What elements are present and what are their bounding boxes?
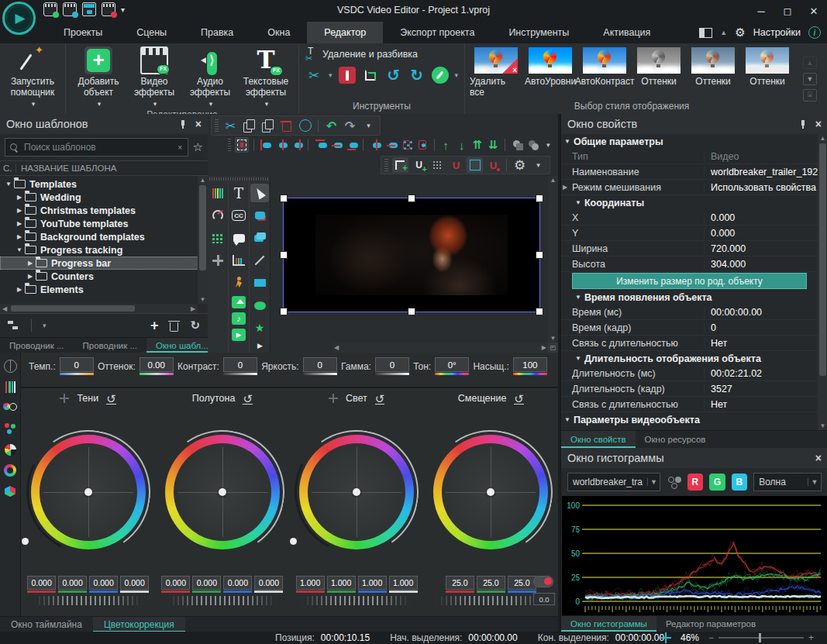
left-tab-0[interactable]: Проводник ... bbox=[0, 338, 73, 353]
property-group-10[interactable]: ▼Время появления объекта bbox=[561, 290, 818, 305]
paste-icon[interactable] bbox=[260, 118, 276, 133]
delete-template-icon[interactable] bbox=[169, 320, 179, 332]
wheel-value-input[interactable]: 0.000 bbox=[27, 576, 56, 593]
quick-tools-icon[interactable] bbox=[432, 67, 449, 84]
circles-mode-icon[interactable] bbox=[3, 401, 17, 415]
wheel-slider-handle[interactable] bbox=[290, 538, 297, 545]
copy-icon[interactable] bbox=[241, 118, 257, 133]
selection-handle[interactable] bbox=[408, 195, 415, 202]
ellipse-tool-icon[interactable] bbox=[250, 296, 269, 315]
text-tool-icon[interactable] bbox=[229, 184, 248, 202]
particles-icon[interactable] bbox=[208, 229, 227, 247]
center-vertical-icon[interactable] bbox=[384, 137, 398, 153]
pointer-tool-icon[interactable] bbox=[250, 184, 269, 202]
blue-channel-button[interactable]: B bbox=[732, 474, 748, 491]
selection-handle[interactable] bbox=[408, 308, 415, 315]
style-preset-2[interactable]: АвтоКонтраст bbox=[578, 45, 631, 87]
selection-handle[interactable] bbox=[280, 308, 288, 315]
scroll-down-icon[interactable]: ▼ bbox=[548, 335, 558, 342]
reset-icon[interactable]: ↺ bbox=[514, 393, 524, 405]
wheel-center-handle[interactable] bbox=[219, 488, 226, 496]
tree-view-icon[interactable] bbox=[8, 320, 20, 331]
wheel-tick-slider[interactable] bbox=[168, 596, 277, 605]
property-row-3[interactable]: ▶Режим смешиванияИспользовать свойства с… bbox=[561, 180, 818, 195]
group-collapse-icon[interactable]: ▼ bbox=[575, 199, 581, 206]
snap-markers-icon[interactable] bbox=[485, 157, 501, 173]
move-tool-icon[interactable] bbox=[208, 251, 227, 270]
tree-item-0[interactable]: ▼Templates bbox=[0, 177, 208, 191]
group-collapse-icon[interactable]: ▼ bbox=[564, 416, 570, 423]
select-object-icon[interactable] bbox=[235, 137, 248, 153]
selection-handle[interactable] bbox=[536, 251, 543, 259]
fit-parent-icon[interactable] bbox=[400, 137, 413, 153]
wheel-value-input[interactable]: 0.000 bbox=[161, 576, 190, 593]
group-collapse-icon[interactable]: ▼ bbox=[575, 294, 581, 301]
wheel-value-input[interactable]: 25.0 bbox=[508, 576, 536, 593]
property-group-14[interactable]: ▼Длительность отображения объекта bbox=[561, 351, 818, 366]
properties-vscrollbar[interactable]: ▲ ▼ bbox=[818, 134, 827, 430]
run-wizard-button[interactable]: Запустить помощник bbox=[5, 45, 60, 108]
add-audio-icon[interactable] bbox=[232, 312, 246, 325]
move-top-icon[interactable] bbox=[470, 137, 484, 153]
property-group-4[interactable]: ▼Координаты bbox=[561, 195, 818, 210]
wheel-value-input[interactable]: 0.000 bbox=[223, 576, 252, 593]
wheel-slider-handle[interactable] bbox=[22, 538, 29, 545]
channel-group-icon[interactable] bbox=[667, 475, 681, 489]
tooltip-tool-icon[interactable] bbox=[229, 229, 248, 247]
animation-tool-icon[interactable] bbox=[229, 274, 248, 292]
close-panel-icon[interactable]: × bbox=[195, 118, 202, 130]
tree-item-8[interactable]: ▶Elements bbox=[0, 283, 208, 296]
group-collapse-icon[interactable]: ▼ bbox=[575, 355, 581, 362]
styles-scroll-up-icon[interactable]: ▲ bbox=[803, 57, 817, 69]
move-down-icon[interactable] bbox=[455, 137, 468, 153]
pin-icon[interactable] bbox=[178, 119, 188, 129]
audio-spectrum-icon[interactable] bbox=[208, 184, 227, 202]
tree-item-7[interactable]: ▶Counters bbox=[0, 270, 208, 283]
settings-caret-icon[interactable] bbox=[530, 157, 546, 173]
scroll-up-icon[interactable]: ▲ bbox=[198, 177, 208, 184]
line-tool-icon[interactable] bbox=[250, 251, 269, 270]
ribbon-button-1[interactable]: Видео эффекты bbox=[126, 45, 182, 108]
send-backward-icon[interactable] bbox=[525, 137, 539, 153]
styles-expand-icon[interactable]: ⍗ bbox=[803, 89, 817, 102]
scroll-up-icon[interactable]: ▲ bbox=[548, 177, 558, 184]
histogram-source-dropdown[interactable]: worldbreaker_tra ▼ bbox=[567, 473, 660, 491]
menu-item-7[interactable]: Активация bbox=[586, 22, 667, 43]
wheel-value-input[interactable]: 1.000 bbox=[389, 576, 418, 593]
property-row-8[interactable]: Высота304.000 bbox=[561, 257, 818, 272]
left-tab-1[interactable]: Проводник ... bbox=[73, 338, 146, 353]
preview-stage[interactable]: ▲ ▼ ◀ ▶ ◰ bbox=[270, 176, 558, 353]
undo-icon[interactable] bbox=[323, 118, 339, 133]
property-row-13[interactable]: Связь с длительностьюНет bbox=[561, 336, 818, 351]
align-right-icon[interactable] bbox=[290, 137, 303, 153]
tree-expand-icon[interactable]: ▶ bbox=[26, 273, 34, 280]
stage-vscrollbar[interactable]: ▲ ▼ bbox=[548, 176, 558, 343]
selection-handle[interactable] bbox=[536, 195, 543, 202]
zoom-slider-handle[interactable] bbox=[759, 633, 761, 642]
group-collapse-icon[interactable]: ▼ bbox=[564, 138, 570, 145]
zoom-out-icon[interactable]: − bbox=[708, 632, 714, 643]
rgb-cube-icon[interactable] bbox=[3, 484, 17, 498]
param-input[interactable]: 0° bbox=[435, 357, 469, 375]
bottom-tab-1[interactable]: Цветокоррекция bbox=[93, 617, 185, 632]
tree-expand-icon[interactable]: ▶ bbox=[16, 194, 23, 201]
tree-item-4[interactable]: ▶Background templates bbox=[0, 230, 208, 243]
wheel-value-input[interactable]: 0.000 bbox=[254, 576, 283, 593]
maximize-button[interactable]: ◻ bbox=[774, 0, 801, 22]
drag-handle[interactable] bbox=[215, 119, 219, 132]
target-picker-icon[interactable] bbox=[329, 394, 338, 403]
pin-icon[interactable] bbox=[798, 119, 808, 129]
tree-expand-icon[interactable]: ▶ bbox=[16, 220, 23, 227]
crop-icon[interactable] bbox=[362, 67, 379, 84]
selection-handle[interactable] bbox=[280, 251, 288, 259]
wheel-value-input[interactable]: 25.0 bbox=[477, 576, 505, 593]
center-horizontal-icon[interactable] bbox=[368, 137, 381, 153]
property-row-6[interactable]: Y0.000 bbox=[561, 226, 818, 241]
style-preset-1[interactable]: АвтоУровни bbox=[524, 45, 577, 87]
scroll-up-icon[interactable]: ▲ bbox=[818, 135, 827, 142]
styles-scroll-down-icon[interactable]: ▼ bbox=[803, 73, 817, 85]
wheel-value-input[interactable]: 1.000 bbox=[358, 576, 387, 593]
template-search-box[interactable]: × bbox=[5, 138, 188, 157]
close-panel-icon[interactable]: × bbox=[815, 118, 822, 130]
property-row-7[interactable]: Ширина720.000 bbox=[561, 241, 818, 257]
